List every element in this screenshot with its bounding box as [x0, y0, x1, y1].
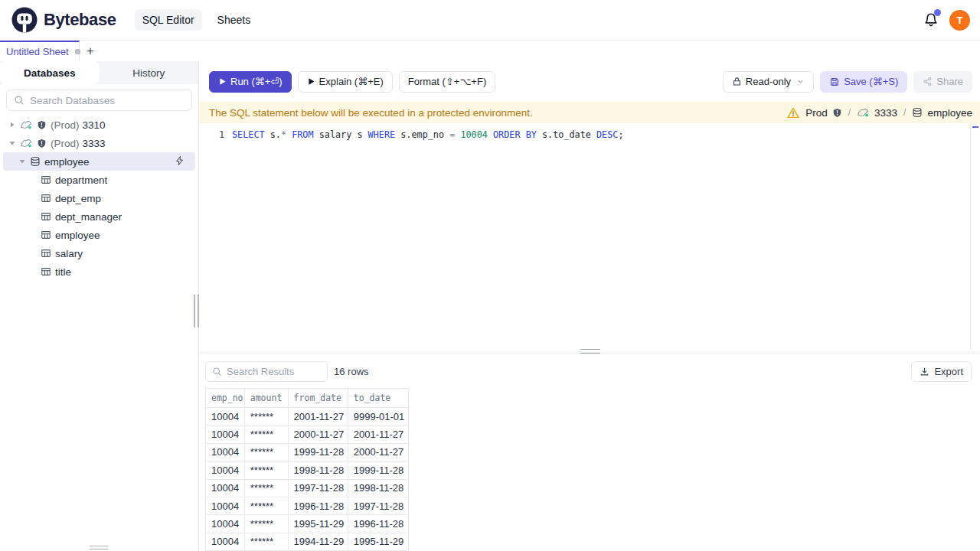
results-table-header: emp_noamountfrom_dateto_date [206, 389, 409, 408]
sidebar: Databases History Search Databases (Prod… [0, 61, 199, 551]
results-search-placeholder: Search Results [227, 366, 294, 377]
brand-name: Bytebase [44, 10, 116, 30]
instance-label: 3333 [857, 106, 897, 119]
download-icon [920, 367, 929, 377]
share-button[interactable]: Share [913, 71, 972, 93]
table-icon [41, 266, 51, 277]
notification-bell[interactable] [923, 12, 939, 28]
table-icon [41, 211, 51, 222]
warning-icon [787, 107, 799, 119]
result-row[interactable]: 10004******1994-11-291995-11-29 [206, 533, 409, 550]
table-icon [41, 174, 51, 185]
results-drag-handle[interactable] [580, 349, 600, 354]
sidebar-resize-handle[interactable] [90, 546, 108, 549]
database-tree: (Prod)3310(Prod)3333employeedepartmentde… [0, 116, 198, 281]
nav-sheets[interactable]: Sheets [210, 9, 259, 31]
add-sheet-button[interactable]: + [81, 41, 100, 61]
top-bar: Bytebase SQL Editor Sheets T [0, 0, 980, 41]
sql-code: SELECT s.* FROM salary s WHERE s.emp_no … [224, 127, 624, 142]
sql-editor[interactable]: 1 SELECT s.* FROM salary s WHERE s.emp_n… [199, 123, 980, 351]
search-icon [212, 367, 222, 377]
tab-history[interactable]: History [100, 61, 199, 84]
results-table-body: 10004******2001-11-279999-01-0110004****… [206, 408, 409, 551]
tree-item-employee[interactable]: employee [3, 152, 195, 171]
database-icon [30, 156, 41, 167]
database-icon [912, 107, 923, 118]
sidebar-tabs: Databases History [0, 61, 198, 84]
shield-icon [37, 139, 47, 148]
tree-item-title[interactable]: title [3, 262, 195, 281]
save-icon [829, 77, 840, 87]
bytebase-logo[interactable]: Bytebase [11, 6, 116, 34]
table-icon [41, 230, 51, 240]
environment-label: Prod [805, 107, 842, 119]
banner-message: The SQL statement below will be executed… [209, 107, 533, 119]
unsaved-dot-icon [75, 49, 80, 54]
protected-env-banner: The SQL statement below will be executed… [199, 102, 980, 123]
lock-icon [732, 77, 742, 86]
result-row[interactable]: 10004******2001-11-279999-01-01 [206, 408, 409, 425]
column-header-amount[interactable]: amount [244, 389, 288, 408]
column-header-to_date[interactable]: to_date [348, 389, 408, 408]
tree-item-3310[interactable]: (Prod)3310 [3, 116, 195, 134]
database-search[interactable]: Search Databases [6, 90, 192, 111]
code-line: 1 SELECT s.* FROM salary s WHERE s.emp_n… [199, 123, 980, 142]
save-button[interactable]: Save (⌘+S) [820, 71, 907, 93]
chevron-down-icon [9, 140, 15, 146]
row-count: 16 rows [334, 366, 369, 377]
overview-cursor-mark [972, 126, 978, 128]
top-nav: SQL Editor Sheets [135, 9, 259, 31]
results-panel: Search Results 16 rows Export emp_noamou… [199, 354, 980, 551]
readonly-mode-button[interactable]: Read-only [723, 71, 814, 93]
format-button[interactable]: Format (⇧+⌥+F) [399, 71, 495, 93]
results-search[interactable]: Search Results [205, 361, 328, 382]
line-number: 1 [199, 127, 224, 142]
results-toolbar: Search Results 16 rows Export [199, 354, 980, 388]
editor-toolbar: Run (⌘+⏎) Explain (⌘+E) Format (⇧+⌥+F) R… [199, 61, 980, 102]
tree-item-3333[interactable]: (Prod)3333 [3, 134, 195, 152]
play-icon [307, 77, 315, 86]
tab-databases[interactable]: Databases [0, 61, 100, 84]
tree-item-dept_emp[interactable]: dept_emp [3, 189, 195, 207]
avatar[interactable]: T [949, 10, 970, 31]
results-table: emp_noamountfrom_dateto_date 10004******… [205, 388, 409, 551]
notification-dot [934, 9, 941, 16]
result-row[interactable]: 10004******1998-11-281999-11-28 [206, 461, 409, 479]
table-icon [41, 248, 51, 259]
chevron-down-icon [19, 158, 25, 165]
shield-icon [37, 120, 47, 130]
play-icon [218, 77, 227, 86]
mysql-icon [20, 119, 33, 131]
column-header-emp_no[interactable]: emp_no [206, 389, 245, 408]
tree-item-employee[interactable]: employee [3, 226, 195, 244]
sheet-tab-untitled[interactable]: Untitled Sheet [0, 41, 80, 61]
run-button[interactable]: Run (⌘+⏎) [209, 71, 292, 93]
sheet-tab-title: Untitled Sheet [6, 46, 69, 57]
share-icon [923, 77, 933, 86]
tree-item-dept_manager[interactable]: dept_manager [3, 207, 195, 226]
bytebase-logo-icon [11, 6, 38, 34]
explain-button[interactable]: Explain (⌘+E) [298, 71, 393, 93]
tree-item-department[interactable]: department [3, 171, 195, 189]
connection-breadcrumb: Prod / 3333 / employee [787, 106, 972, 119]
result-row[interactable]: 10004******2000-11-272001-11-27 [206, 425, 409, 443]
result-row[interactable]: 10004******1997-11-281998-11-28 [206, 479, 409, 497]
shield-icon [832, 108, 842, 118]
format-bolt-icon [175, 155, 185, 166]
column-header-from_date[interactable]: from_date [288, 389, 348, 408]
separator: / [848, 107, 851, 118]
result-row[interactable]: 10004******1996-11-281997-11-28 [206, 497, 409, 514]
chevron-down-icon [796, 77, 805, 86]
tree-item-salary[interactable]: salary [3, 244, 195, 262]
result-row[interactable]: 10004******1995-11-291996-11-28 [206, 515, 409, 533]
chevron-right-icon [9, 122, 15, 128]
search-placeholder: Search Databases [30, 95, 115, 106]
separator: / [903, 107, 906, 118]
export-button[interactable]: Export [911, 361, 972, 382]
nav-sql-editor[interactable]: SQL Editor [135, 9, 202, 31]
panel-split-handle[interactable] [194, 295, 199, 328]
mysql-icon [20, 137, 33, 149]
result-row[interactable]: 10004******1999-11-282000-11-27 [206, 443, 409, 461]
overview-ruler [970, 125, 971, 350]
database-label: employee [912, 107, 972, 119]
